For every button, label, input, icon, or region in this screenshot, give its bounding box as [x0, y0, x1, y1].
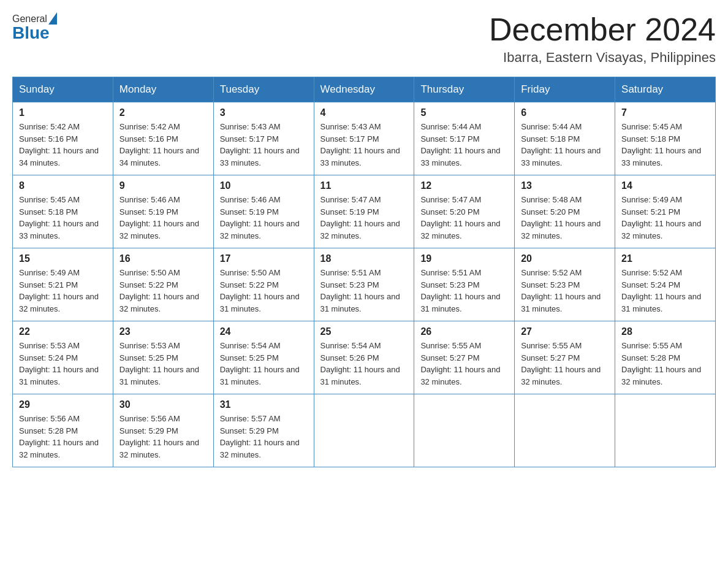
day-info: Sunrise: 5:49 AMSunset: 5:21 PMDaylight:… — [621, 195, 701, 240]
day-info: Sunrise: 5:42 AMSunset: 5:16 PMDaylight:… — [19, 122, 99, 167]
day-info: Sunrise: 5:50 AMSunset: 5:22 PMDaylight:… — [220, 268, 300, 313]
day-number: 30 — [119, 399, 207, 410]
day-number: 16 — [119, 253, 207, 264]
calendar-cell — [314, 394, 414, 467]
day-number: 1 — [19, 107, 107, 118]
day-number: 9 — [119, 180, 207, 191]
day-info: Sunrise: 5:45 AMSunset: 5:18 PMDaylight:… — [621, 122, 701, 167]
day-number: 28 — [621, 326, 709, 337]
calendar-header-monday: Monday — [113, 77, 213, 102]
day-number: 31 — [220, 399, 308, 410]
day-info: Sunrise: 5:53 AMSunset: 5:25 PMDaylight:… — [119, 341, 199, 386]
logo-blue-text: Blue — [12, 23, 57, 43]
calendar-week-row: 15 Sunrise: 5:49 AMSunset: 5:21 PMDaylig… — [13, 248, 716, 321]
calendar-cell: 28 Sunrise: 5:55 AMSunset: 5:28 PMDaylig… — [615, 321, 716, 394]
calendar-cell: 31 Sunrise: 5:57 AMSunset: 5:29 PMDaylig… — [213, 394, 314, 467]
day-info: Sunrise: 5:48 AMSunset: 5:20 PMDaylight:… — [521, 195, 601, 240]
day-number: 4 — [320, 107, 408, 118]
day-info: Sunrise: 5:42 AMSunset: 5:16 PMDaylight:… — [119, 122, 199, 167]
calendar-cell: 8 Sunrise: 5:45 AMSunset: 5:18 PMDayligh… — [13, 175, 113, 248]
calendar-cell: 23 Sunrise: 5:53 AMSunset: 5:25 PMDaylig… — [113, 321, 213, 394]
day-number: 15 — [19, 253, 107, 264]
calendar-week-row: 29 Sunrise: 5:56 AMSunset: 5:28 PMDaylig… — [13, 394, 716, 467]
day-number: 10 — [220, 180, 308, 191]
calendar-cell: 16 Sunrise: 5:50 AMSunset: 5:22 PMDaylig… — [113, 248, 213, 321]
title-section: December 2024 Ibarra, Eastern Visayas, P… — [489, 12, 716, 66]
day-info: Sunrise: 5:46 AMSunset: 5:19 PMDaylight:… — [119, 195, 199, 240]
calendar-cell — [615, 394, 716, 467]
day-number: 13 — [521, 180, 609, 191]
calendar-cell: 30 Sunrise: 5:56 AMSunset: 5:29 PMDaylig… — [113, 394, 213, 467]
calendar-header-saturday: Saturday — [615, 77, 716, 102]
day-number: 24 — [220, 326, 308, 337]
day-number: 27 — [521, 326, 609, 337]
day-info: Sunrise: 5:43 AMSunset: 5:17 PMDaylight:… — [220, 122, 300, 167]
calendar-table: SundayMondayTuesdayWednesdayThursdayFrid… — [12, 77, 716, 467]
day-number: 2 — [119, 107, 207, 118]
day-info: Sunrise: 5:55 AMSunset: 5:28 PMDaylight:… — [621, 341, 701, 386]
day-number: 19 — [420, 253, 508, 264]
day-number: 17 — [220, 253, 308, 264]
calendar-cell: 11 Sunrise: 5:47 AMSunset: 5:19 PMDaylig… — [314, 175, 414, 248]
calendar-cell: 21 Sunrise: 5:52 AMSunset: 5:24 PMDaylig… — [615, 248, 716, 321]
calendar-cell: 14 Sunrise: 5:49 AMSunset: 5:21 PMDaylig… — [615, 175, 716, 248]
day-number: 12 — [420, 180, 508, 191]
day-info: Sunrise: 5:57 AMSunset: 5:29 PMDaylight:… — [220, 414, 300, 459]
calendar-cell: 12 Sunrise: 5:47 AMSunset: 5:20 PMDaylig… — [414, 175, 515, 248]
calendar-header-friday: Friday — [515, 77, 615, 102]
calendar-cell: 2 Sunrise: 5:42 AMSunset: 5:16 PMDayligh… — [113, 102, 213, 175]
day-info: Sunrise: 5:46 AMSunset: 5:19 PMDaylight:… — [220, 195, 300, 240]
day-number: 7 — [621, 107, 709, 118]
day-number: 14 — [621, 180, 709, 191]
day-info: Sunrise: 5:49 AMSunset: 5:21 PMDaylight:… — [19, 268, 99, 313]
calendar-cell: 19 Sunrise: 5:51 AMSunset: 5:23 PMDaylig… — [414, 248, 515, 321]
calendar-cell: 4 Sunrise: 5:43 AMSunset: 5:17 PMDayligh… — [314, 102, 414, 175]
calendar-cell: 6 Sunrise: 5:44 AMSunset: 5:18 PMDayligh… — [515, 102, 615, 175]
day-number: 8 — [19, 180, 107, 191]
day-number: 22 — [19, 326, 107, 337]
day-info: Sunrise: 5:53 AMSunset: 5:24 PMDaylight:… — [19, 341, 99, 386]
day-info: Sunrise: 5:56 AMSunset: 5:28 PMDaylight:… — [19, 414, 99, 459]
calendar-cell: 20 Sunrise: 5:52 AMSunset: 5:23 PMDaylig… — [515, 248, 615, 321]
day-info: Sunrise: 5:44 AMSunset: 5:18 PMDaylight:… — [521, 122, 601, 167]
day-number: 3 — [220, 107, 308, 118]
calendar-header-sunday: Sunday — [13, 77, 113, 102]
day-number: 21 — [621, 253, 709, 264]
calendar-week-row: 1 Sunrise: 5:42 AMSunset: 5:16 PMDayligh… — [13, 102, 716, 175]
calendar-cell: 29 Sunrise: 5:56 AMSunset: 5:28 PMDaylig… — [13, 394, 113, 467]
day-info: Sunrise: 5:52 AMSunset: 5:24 PMDaylight:… — [621, 268, 701, 313]
calendar-cell: 22 Sunrise: 5:53 AMSunset: 5:24 PMDaylig… — [13, 321, 113, 394]
logo-triangle-icon — [48, 12, 57, 25]
calendar-cell: 17 Sunrise: 5:50 AMSunset: 5:22 PMDaylig… — [213, 248, 314, 321]
calendar-cell: 5 Sunrise: 5:44 AMSunset: 5:17 PMDayligh… — [414, 102, 515, 175]
day-info: Sunrise: 5:51 AMSunset: 5:23 PMDaylight:… — [420, 268, 500, 313]
day-info: Sunrise: 5:47 AMSunset: 5:19 PMDaylight:… — [320, 195, 400, 240]
calendar-week-row: 8 Sunrise: 5:45 AMSunset: 5:18 PMDayligh… — [13, 175, 716, 248]
calendar-cell: 3 Sunrise: 5:43 AMSunset: 5:17 PMDayligh… — [213, 102, 314, 175]
day-number: 26 — [420, 326, 508, 337]
day-number: 18 — [320, 253, 408, 264]
calendar-cell: 13 Sunrise: 5:48 AMSunset: 5:20 PMDaylig… — [515, 175, 615, 248]
calendar-cell: 9 Sunrise: 5:46 AMSunset: 5:19 PMDayligh… — [113, 175, 213, 248]
day-number: 20 — [521, 253, 609, 264]
day-number: 11 — [320, 180, 408, 191]
calendar-cell — [515, 394, 615, 467]
logo: General Blue — [12, 12, 57, 43]
calendar-cell: 18 Sunrise: 5:51 AMSunset: 5:23 PMDaylig… — [314, 248, 414, 321]
day-info: Sunrise: 5:45 AMSunset: 5:18 PMDaylight:… — [19, 195, 99, 240]
day-info: Sunrise: 5:54 AMSunset: 5:26 PMDaylight:… — [320, 341, 400, 386]
calendar-header-thursday: Thursday — [414, 77, 515, 102]
calendar-cell: 10 Sunrise: 5:46 AMSunset: 5:19 PMDaylig… — [213, 175, 314, 248]
calendar-header-row: SundayMondayTuesdayWednesdayThursdayFrid… — [13, 77, 716, 102]
day-number: 6 — [521, 107, 609, 118]
day-info: Sunrise: 5:52 AMSunset: 5:23 PMDaylight:… — [521, 268, 601, 313]
calendar-week-row: 22 Sunrise: 5:53 AMSunset: 5:24 PMDaylig… — [13, 321, 716, 394]
calendar-cell: 24 Sunrise: 5:54 AMSunset: 5:25 PMDaylig… — [213, 321, 314, 394]
calendar-cell: 15 Sunrise: 5:49 AMSunset: 5:21 PMDaylig… — [13, 248, 113, 321]
calendar-cell — [414, 394, 515, 467]
day-info: Sunrise: 5:54 AMSunset: 5:25 PMDaylight:… — [220, 341, 300, 386]
day-info: Sunrise: 5:55 AMSunset: 5:27 PMDaylight:… — [420, 341, 500, 386]
day-info: Sunrise: 5:44 AMSunset: 5:17 PMDaylight:… — [420, 122, 500, 167]
day-info: Sunrise: 5:43 AMSunset: 5:17 PMDaylight:… — [320, 122, 400, 167]
day-number: 25 — [320, 326, 408, 337]
